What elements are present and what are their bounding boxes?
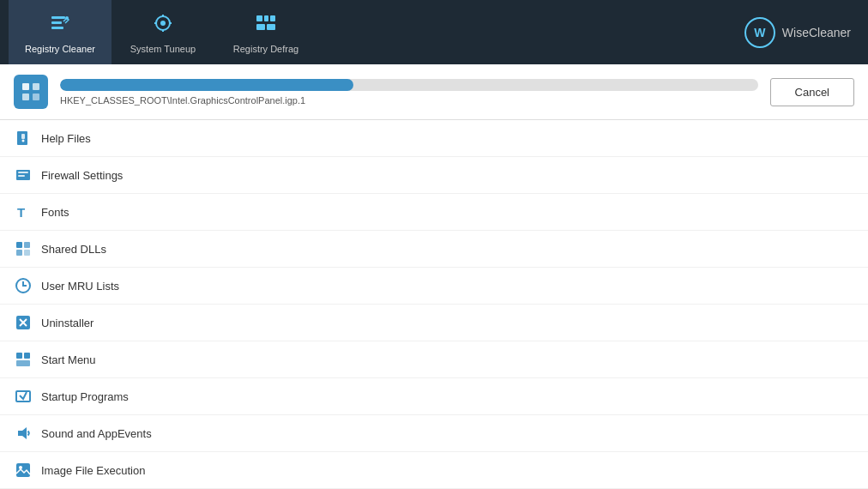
svg-rect-16 <box>33 83 39 90</box>
list-item-label-help-files: Help Files <box>41 132 91 145</box>
brand-logo: W <box>744 17 775 48</box>
svg-rect-2 <box>51 27 63 29</box>
uninstaller-icon <box>14 313 33 332</box>
svg-rect-0 <box>51 16 65 19</box>
registry-defrag-icon <box>254 11 278 40</box>
list-item-label-image-file-execution: Image File Execution <box>41 464 145 477</box>
svg-rect-11 <box>264 15 268 21</box>
svg-point-20 <box>22 140 25 142</box>
list-item-start-menu[interactable]: Start Menu <box>0 341 868 378</box>
nav-system-tuneup[interactable]: System Tuneup <box>112 0 214 64</box>
svg-rect-15 <box>22 83 29 90</box>
list-item-fonts[interactable]: TFonts <box>0 194 868 231</box>
fonts-icon: T <box>14 202 33 221</box>
list-item-sound-and-appevents[interactable]: Sound and AppEvents <box>0 415 868 452</box>
svg-rect-17 <box>22 94 29 100</box>
toolbar: Registry Cleaner System Tuneup <box>0 0 868 64</box>
list-item-image-file-execution[interactable]: Image File Execution <box>0 452 868 489</box>
list-item-label-shared-dlls: Shared DLLs <box>41 243 106 256</box>
list-item-label-fonts: Fonts <box>41 206 69 219</box>
svg-text:T: T <box>17 205 25 220</box>
sound-and-appevents-icon <box>14 424 33 443</box>
cancel-button[interactable]: Cancel <box>770 78 854 106</box>
list-item-label-startup-programs: Startup Programs <box>41 390 129 403</box>
svg-rect-1 <box>51 21 62 24</box>
list-item-firewall-settings[interactable]: Firewall Settings <box>0 157 868 194</box>
progress-area: HKEY_CLASSES_ROOT\Intel.GraphicsControlP… <box>0 64 868 120</box>
svg-rect-12 <box>270 15 275 21</box>
svg-rect-13 <box>256 24 265 30</box>
svg-point-3 <box>65 16 69 20</box>
shared-dlls-icon <box>14 239 33 258</box>
list-item-label-start-menu: Start Menu <box>41 353 96 366</box>
nav-registry-cleaner[interactable]: Registry Cleaner <box>9 0 112 64</box>
list-item-uninstaller[interactable]: Uninstaller <box>0 305 868 341</box>
help-files-icon <box>14 129 33 148</box>
startup-programs-icon <box>14 387 33 406</box>
list-item-user-mru-lists[interactable]: User MRU Lists <box>0 268 868 305</box>
svg-rect-26 <box>16 242 22 248</box>
list-item-startup-programs[interactable]: Startup Programs <box>0 378 868 415</box>
image-file-execution-icon <box>14 461 33 480</box>
progress-icon <box>14 75 48 109</box>
brand-area: W WiseCleaner <box>744 17 851 48</box>
svg-rect-35 <box>24 353 30 359</box>
svg-rect-29 <box>24 250 30 256</box>
user-mru-lists-icon <box>14 276 33 295</box>
svg-rect-23 <box>18 172 28 173</box>
nav-registry-defrag-label: Registry Defrag <box>233 44 298 54</box>
svg-rect-14 <box>267 24 275 30</box>
svg-point-5 <box>160 21 166 26</box>
list-item-label-uninstaller: Uninstaller <box>41 317 93 329</box>
nav-registry-cleaner-label: Registry Cleaner <box>25 44 95 54</box>
system-tuneup-icon <box>151 11 175 40</box>
svg-rect-27 <box>24 242 30 248</box>
svg-rect-34 <box>16 353 22 359</box>
brand-name: WiseCleaner <box>782 26 851 39</box>
progress-bar-track <box>60 79 758 91</box>
main-list: Help FilesFirewall SettingsTFontsShared … <box>0 120 868 489</box>
progress-content: HKEY_CLASSES_ROOT\Intel.GraphicsControlP… <box>60 79 758 106</box>
list-item-label-sound-and-appevents: Sound and AppEvents <box>41 427 152 440</box>
svg-rect-36 <box>16 360 30 366</box>
svg-rect-24 <box>18 175 25 177</box>
svg-marker-38 <box>18 427 27 439</box>
list-item-help-files[interactable]: Help Files <box>0 120 868 157</box>
registry-cleaner-icon <box>48 11 72 40</box>
progress-path-text: HKEY_CLASSES_ROOT\Intel.GraphicsControlP… <box>60 95 758 106</box>
nav-registry-defrag[interactable]: Registry Defrag <box>214 0 317 64</box>
svg-rect-10 <box>256 15 262 21</box>
list-item-shared-dlls[interactable]: Shared DLLs <box>0 231 868 268</box>
list-item-label-user-mru-lists: User MRU Lists <box>41 280 119 293</box>
svg-rect-18 <box>33 94 39 100</box>
progress-bar-fill <box>60 79 353 91</box>
start-menu-icon <box>14 350 33 369</box>
svg-rect-28 <box>16 250 22 256</box>
firewall-settings-icon <box>14 166 33 184</box>
list-item-label-firewall-settings: Firewall Settings <box>41 169 123 182</box>
nav-system-tuneup-label: System Tuneup <box>130 44 196 54</box>
svg-rect-21 <box>21 134 25 139</box>
svg-rect-39 <box>16 463 30 477</box>
